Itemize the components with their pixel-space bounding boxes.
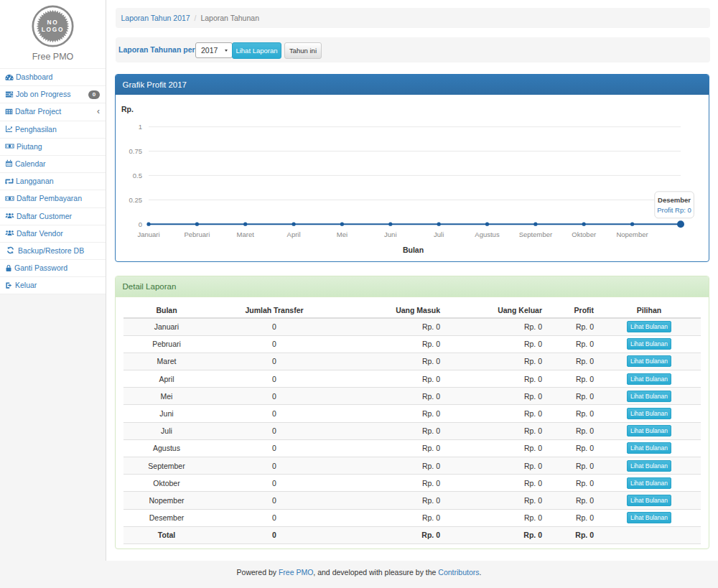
svg-text:Pebruari: Pebruari [184,230,210,238]
svg-text:0.75: 0.75 [129,147,143,155]
svg-text:Oktober: Oktober [572,230,596,238]
svg-text:Januari: Januari [137,230,159,238]
svg-text:Desember: Desember [658,196,691,204]
svg-text:Profit Rp: 0: Profit Rp: 0 [657,206,691,214]
svg-text:0.5: 0.5 [133,172,142,179]
svg-text:0.25: 0.25 [129,196,143,204]
svg-text:Rp.: Rp. [121,105,134,113]
svg-text:1: 1 [139,123,142,131]
svg-text:Agustus: Agustus [475,230,500,238]
svg-text:Juli: Juli [434,230,444,238]
svg-text:0: 0 [139,220,142,228]
svg-text:Nopember: Nopember [616,230,648,238]
svg-text:NO: NO [47,19,58,26]
svg-text:Mei: Mei [337,230,348,238]
svg-text:April: April [287,230,301,238]
svg-text:Bulan: Bulan [403,246,424,254]
svg-text:LOGO: LOGO [42,26,65,33]
svg-text:Maret: Maret [237,230,255,238]
svg-text:September: September [519,230,552,238]
svg-text:Juni: Juni [384,230,396,238]
